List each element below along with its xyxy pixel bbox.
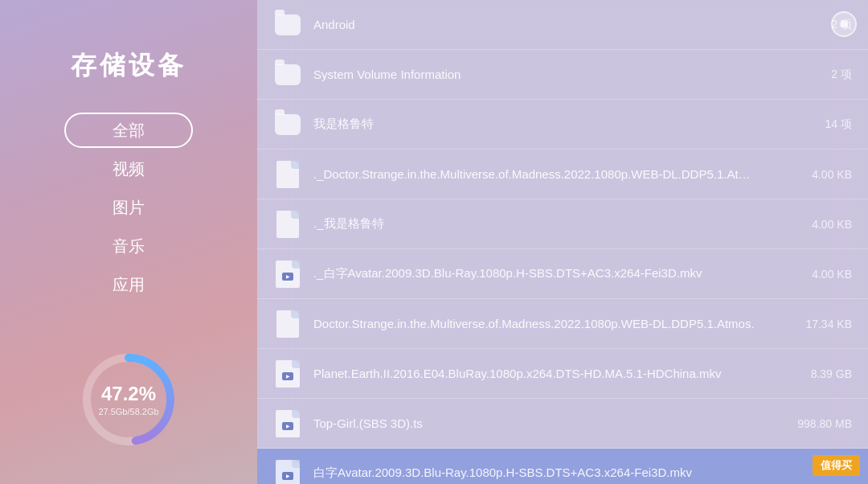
file-row[interactable]: Android2 项 bbox=[257, 0, 868, 50]
file-meta: 2 项 bbox=[772, 68, 852, 82]
folder-icon bbox=[273, 60, 302, 89]
file-row[interactable]: ._我是格鲁特4.00 KB bbox=[257, 199, 868, 249]
storage-ring: 47.2% 27.5Gb/58.2Gb bbox=[76, 347, 181, 452]
file-row[interactable]: 我是格鲁特14 项 bbox=[257, 100, 868, 150]
sidebar: 存储设备 全部视频图片音乐应用 47.2% 27.5Gb/58.2Gb bbox=[0, 0, 257, 484]
file-name: ._Doctor.Strange.in.the.Multiverse.of.Ma… bbox=[313, 167, 755, 181]
options-button[interactable] bbox=[831, 11, 857, 37]
file-name: 白字Avatar.2009.3D.Blu-Ray.1080p.H-SBS.DTS… bbox=[313, 466, 755, 481]
video-icon bbox=[273, 459, 302, 485]
sidebar-title: 存储设备 bbox=[71, 48, 186, 84]
file-name: Planet.Earth.II.2016.E04.BluRay.1080p.x2… bbox=[313, 367, 755, 380]
file-meta: 8.39 GB bbox=[772, 367, 852, 380]
file-meta: 4.00 KB bbox=[772, 168, 852, 181]
sidebar-nav-item-2[interactable]: 图片 bbox=[64, 190, 193, 225]
doc-icon bbox=[273, 160, 302, 189]
ring-percent: 47.2% bbox=[98, 383, 158, 405]
ring-detail: 27.5Gb/58.2Gb bbox=[98, 407, 158, 416]
file-row[interactable]: System Volume Information2 项 bbox=[257, 50, 868, 100]
video-icon bbox=[273, 359, 302, 388]
file-name: 我是格鲁特 bbox=[313, 117, 755, 132]
file-row[interactable]: ._Doctor.Strange.in.the.Multiverse.of.Ma… bbox=[257, 150, 868, 199]
file-name: Android bbox=[313, 18, 755, 31]
file-name: Doctor.Strange.in.the.Multiverse.of.Madn… bbox=[313, 317, 755, 330]
file-row[interactable]: Top-Girl.(SBS 3D).ts998.80 MB bbox=[257, 399, 868, 449]
file-name: System Volume Information bbox=[313, 68, 755, 81]
sidebar-nav-item-3[interactable]: 音乐 bbox=[64, 228, 193, 264]
file-meta: 14 项 bbox=[772, 117, 852, 132]
file-meta: 998.80 MB bbox=[772, 417, 852, 430]
file-list: Android2 项System Volume Information2 项我是… bbox=[257, 0, 868, 484]
file-meta: 17.34 KB bbox=[772, 318, 852, 330]
watermark-badge: 值得买 bbox=[813, 455, 860, 476]
nav-menu: 全部视频图片音乐应用 bbox=[0, 113, 257, 302]
sidebar-nav-item-1[interactable]: 视频 bbox=[64, 151, 193, 187]
sidebar-nav-item-4[interactable]: 应用 bbox=[64, 267, 193, 302]
sidebar-nav-item-0[interactable]: 全部 bbox=[64, 113, 193, 148]
file-row[interactable]: Planet.Earth.II.2016.E04.BluRay.1080p.x2… bbox=[257, 349, 868, 399]
storage-usage: 47.2% 27.5Gb/58.2Gb bbox=[76, 347, 181, 452]
video-icon bbox=[273, 260, 302, 289]
file-name: ._白字Avatar.2009.3D.Blu-Ray.1080p.H-SBS.D… bbox=[313, 266, 755, 281]
file-name: Top-Girl.(SBS 3D).ts bbox=[313, 416, 755, 430]
file-name: ._我是格鲁特 bbox=[313, 216, 755, 232]
doc-icon bbox=[273, 210, 302, 239]
ring-text: 47.2% 27.5Gb/58.2Gb bbox=[98, 383, 158, 416]
file-row[interactable]: 白字Avatar.2009.3D.Blu-Ray.1080p.H-SBS.DTS… bbox=[257, 449, 868, 484]
file-meta: 4.00 KB bbox=[772, 268, 852, 281]
main-content: Android2 项System Volume Information2 项我是… bbox=[257, 0, 868, 484]
file-row[interactable]: Doctor.Strange.in.the.Multiverse.of.Madn… bbox=[257, 299, 868, 349]
folder-icon bbox=[273, 10, 302, 39]
folder-icon bbox=[273, 110, 302, 139]
file-row[interactable]: ._白字Avatar.2009.3D.Blu-Ray.1080p.H-SBS.D… bbox=[257, 249, 868, 299]
video-icon bbox=[273, 409, 302, 438]
doc-icon bbox=[273, 310, 302, 338]
file-meta: 4.00 KB bbox=[772, 218, 852, 231]
